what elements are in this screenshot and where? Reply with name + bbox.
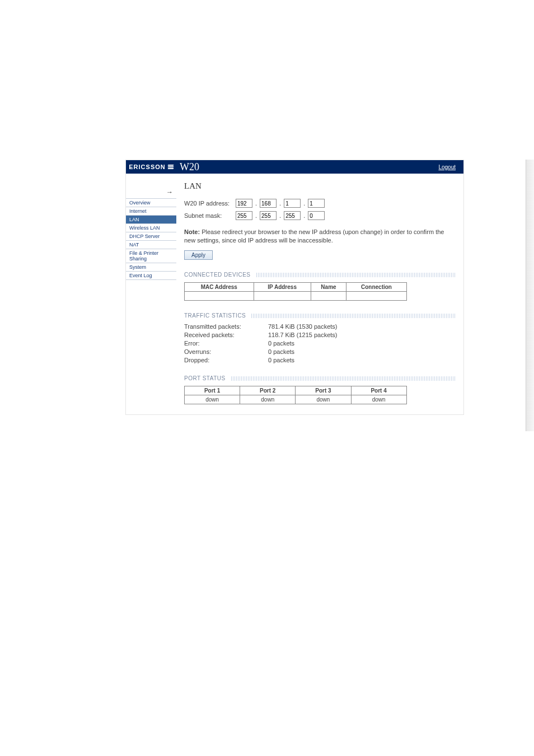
ericsson-stripes-icon: [168, 165, 174, 169]
sidebar-item-label: DHCP Server: [129, 234, 160, 239]
sidebar-item-nat[interactable]: NAT: [126, 240, 176, 249]
section-label: CONNECTED DEVICES: [184, 272, 254, 278]
col-port-3: Port 3: [296, 386, 351, 395]
dot-separator: .: [303, 212, 306, 219]
stat-transmitted: Transmitted packets: 781.4 KiB (1530 pac…: [184, 323, 456, 330]
ip-address-label: W20 IP address:: [184, 200, 233, 207]
cell-ip: [254, 291, 311, 300]
scrollbar[interactable]: [526, 160, 534, 415]
sidebar-item-label: NAT: [129, 242, 139, 248]
sidebar-item-lan[interactable]: LAN: [126, 215, 176, 223]
cell-port-4: down: [351, 395, 406, 404]
sidebar-item-label: System: [129, 264, 146, 270]
sidebar-item-internet[interactable]: Internet: [126, 207, 176, 215]
subnet-mask-label: Subnet mask:: [184, 212, 233, 219]
cell-port-1: down: [185, 395, 240, 404]
ip-octet-2[interactable]: [260, 199, 277, 208]
col-name: Name: [311, 282, 346, 291]
stat-value: 0 packets: [268, 340, 294, 347]
ip-octet-1[interactable]: [236, 199, 252, 208]
stat-overruns: Overruns: 0 packets: [184, 348, 456, 355]
mask-octet-1[interactable]: [236, 211, 252, 220]
dot-separator: .: [279, 200, 282, 207]
ip-octet-3[interactable]: [284, 199, 301, 208]
dot-separator: .: [255, 212, 257, 219]
sidebar-item-wireless-lan[interactable]: Wireless LAN: [126, 223, 176, 232]
page: ERICSSON W20 Logout → Overview Internet …: [0, 0, 534, 415]
subnet-mask-row: Subnet mask: . . .: [184, 211, 456, 220]
product-title: W20: [180, 161, 199, 173]
col-connection: Connection: [346, 282, 406, 291]
stat-value: 0 packets: [268, 357, 294, 363]
stat-label: Dropped:: [184, 357, 268, 363]
brand-logo: ERICSSON: [126, 160, 176, 174]
stat-value: 0 packets: [268, 348, 294, 355]
stat-value: 781.4 KiB (1530 packets): [268, 323, 338, 330]
apply-button[interactable]: Apply: [184, 250, 213, 260]
cell-connection: [346, 291, 406, 300]
ip-change-note: Note: Please redirect your browser to th…: [184, 228, 456, 245]
ip-address-row: W20 IP address: . . .: [184, 199, 456, 208]
table-header-row: Port 1 Port 2 Port 3 Port 4: [185, 386, 407, 395]
connected-devices-table: MAC Address IP Address Name Connection: [184, 282, 407, 301]
sidebar-item-label: File & Printer Sharing: [129, 250, 158, 262]
sidebar-item-label: Wireless LAN: [129, 225, 160, 231]
connected-devices-heading: CONNECTED DEVICES: [184, 271, 456, 279]
dot-separator: .: [255, 200, 257, 207]
traffic-stats: Transmitted packets: 781.4 KiB (1530 pac…: [184, 323, 456, 363]
note-bold: Note:: [184, 228, 200, 235]
section-label: TRAFFIC STATISTICS: [184, 312, 249, 319]
ip-octet-4[interactable]: [308, 199, 325, 208]
stat-error: Error: 0 packets: [184, 340, 456, 347]
stat-label: Overruns:: [184, 348, 268, 355]
stat-label: Received packets:: [184, 332, 268, 338]
mask-octet-4[interactable]: [308, 211, 325, 220]
content: LAN W20 IP address: . . . Subnet mask: .: [176, 174, 463, 414]
stat-received: Received packets: 118.7 KiB (1215 packet…: [184, 332, 456, 338]
traffic-statistics-heading: TRAFFIC STATISTICS: [184, 312, 456, 320]
stat-label: Transmitted packets:: [184, 323, 268, 330]
sidebar-item-overview[interactable]: Overview: [126, 198, 176, 207]
stat-label: Error:: [184, 340, 268, 347]
sidebar-item-label: LAN: [129, 217, 139, 222]
sidebar-item-label: Event Log: [129, 273, 152, 278]
page-title: LAN: [184, 181, 456, 191]
sidebar-item-label: Overview: [129, 200, 151, 206]
sidebar-item-dhcp-server[interactable]: DHCP Server: [126, 232, 176, 240]
table-row: [185, 291, 407, 300]
stat-value: 118.7 KiB (1215 packets): [268, 332, 338, 338]
col-ip-address: IP Address: [254, 282, 311, 291]
sidebar-item-event-log[interactable]: Event Log: [126, 271, 176, 280]
brand-text: ERICSSON: [129, 164, 165, 170]
section-label: PORT STATUS: [184, 375, 229, 381]
logout-link[interactable]: Logout: [438, 164, 456, 170]
header: ERICSSON W20 Logout: [126, 160, 463, 174]
title-bar: W20 Logout: [176, 160, 463, 174]
body: → Overview Internet LAN Wireless LAN DHC…: [126, 174, 463, 414]
note-text: Please redirect your browser to the new …: [184, 228, 444, 244]
dot-separator: .: [279, 212, 282, 219]
sidebar-item-system[interactable]: System: [126, 263, 176, 271]
cell-name: [311, 291, 346, 300]
cell-mac: [185, 291, 254, 300]
app-frame: ERICSSON W20 Logout → Overview Internet …: [125, 160, 464, 415]
sidebar: → Overview Internet LAN Wireless LAN DHC…: [126, 174, 176, 414]
port-status-heading: PORT STATUS: [184, 375, 456, 382]
col-port-2: Port 2: [240, 386, 296, 395]
col-port-1: Port 1: [185, 386, 240, 395]
col-port-4: Port 4: [351, 386, 406, 395]
cell-port-2: down: [240, 395, 296, 404]
sidebar-collapse-icon[interactable]: →: [126, 188, 176, 198]
mask-octet-3[interactable]: [284, 211, 301, 220]
cell-port-3: down: [296, 395, 351, 404]
table-row: down down down down: [185, 395, 407, 404]
table-header-row: MAC Address IP Address Name Connection: [185, 282, 407, 291]
mask-octet-2[interactable]: [260, 211, 277, 220]
col-mac-address: MAC Address: [185, 282, 254, 291]
sidebar-item-label: Internet: [129, 208, 147, 214]
dot-separator: .: [303, 200, 306, 207]
sidebar-item-file-printer-sharing[interactable]: File & Printer Sharing: [126, 249, 176, 263]
stat-dropped: Dropped: 0 packets: [184, 357, 456, 363]
port-status-table: Port 1 Port 2 Port 3 Port 4 down down do…: [184, 386, 407, 404]
